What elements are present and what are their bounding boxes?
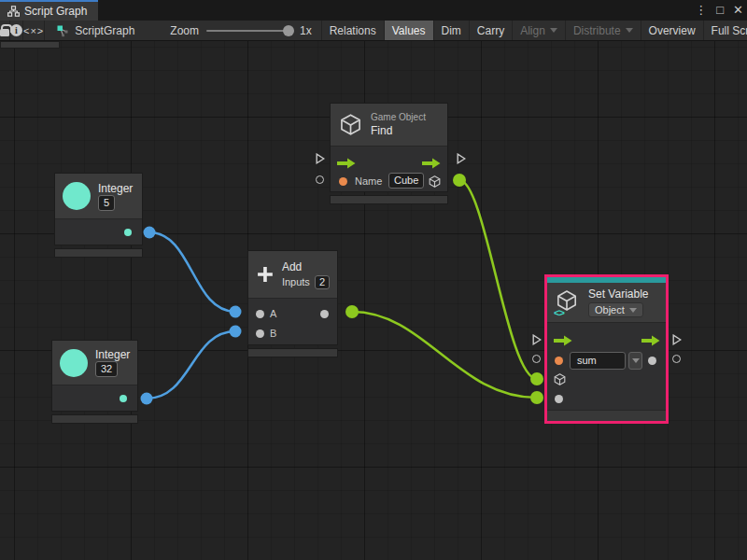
zoom-control: Zoom 1x — [144, 21, 321, 40]
variable-name-dropdown[interactable] — [628, 352, 642, 370]
variable-scope-dropdown[interactable]: Object — [588, 302, 643, 317]
port-find-output[interactable] — [453, 174, 466, 187]
zoom-slider[interactable] — [206, 30, 292, 32]
flow-triangle-icon[interactable] — [457, 153, 466, 164]
tab-script-graph[interactable]: Script Graph — [0, 0, 98, 21]
node-integer-1[interactable]: Integer 5 — [54, 173, 143, 258]
values-button[interactable]: Values — [385, 21, 434, 40]
cube-icon — [428, 175, 442, 189]
script-graph-window: Script Graph ⋮ □ ✕ <×> ScriptGraph — [0, 0, 747, 560]
port-integer1-output[interactable] — [144, 227, 156, 239]
flow-out-arrow-icon[interactable] — [422, 158, 441, 169]
lock-button[interactable] — [0, 21, 10, 40]
node-title: Set Variable — [588, 287, 648, 301]
node-add[interactable]: Add Inputs 2 A B — [247, 250, 338, 357]
add-output-dot[interactable] — [320, 310, 329, 318]
add-input-b-label: B — [270, 328, 276, 339]
integer-value-field[interactable]: 32 — [95, 361, 118, 377]
zoom-slider-handle[interactable] — [283, 25, 294, 36]
graph-toolbar: <×> ScriptGraph Zoom 1x Relations Values… — [0, 21, 747, 41]
graph-canvas[interactable]: Integer 5 Integer 32 — [0, 41, 747, 560]
find-name-field[interactable]: Cube — [388, 173, 424, 189]
tab-title: Script Graph — [24, 5, 87, 18]
node-title: Integer — [98, 182, 133, 195]
align-label: Align — [520, 24, 545, 37]
inputs-count-field[interactable]: 2 — [315, 275, 330, 289]
add-input-b-dot[interactable] — [256, 329, 264, 338]
port-integer2-output[interactable] — [141, 393, 153, 405]
port-setvariable-object-input[interactable] — [530, 372, 543, 385]
flow-triangle-icon[interactable] — [532, 334, 542, 345]
setvariable-value-input-dot[interactable] — [555, 395, 563, 403]
cube-icon — [338, 112, 363, 137]
code-preview-button[interactable]: <×> — [23, 21, 45, 40]
setvariable-output-dot[interactable] — [648, 357, 656, 365]
menu-icon[interactable]: ⋮ — [695, 0, 707, 21]
find-name-label: Name — [355, 175, 382, 187]
flow-triangle-icon[interactable] — [316, 153, 325, 164]
carry-button[interactable]: Carry — [470, 21, 513, 40]
integer-value-field[interactable]: 5 — [98, 195, 115, 211]
chevron-down-icon — [550, 28, 557, 33]
flow-triangle-icon[interactable] — [672, 334, 682, 345]
wire-add-to-setvariable[interactable] — [352, 312, 537, 398]
wire-integer1-to-add-a[interactable] — [149, 232, 235, 312]
chevron-down-icon — [632, 358, 640, 363]
node-footer — [54, 248, 143, 258]
variable-name-input-dot[interactable] — [555, 357, 563, 365]
plus-icon — [256, 260, 275, 288]
node-find[interactable]: Game Object Find Name Cube — [330, 103, 448, 204]
port-add-input-a[interactable] — [230, 306, 242, 318]
node-integer-2[interactable]: Integer 32 — [51, 340, 138, 424]
flow-out-arrow-icon[interactable] — [641, 335, 660, 346]
canvas-corner-strip — [0, 41, 60, 49]
port-add-output[interactable] — [345, 305, 359, 318]
integer-output-dot[interactable] — [124, 229, 132, 236]
node-footer — [247, 348, 338, 357]
lock-icon — [0, 29, 9, 36]
distribute-label: Distribute — [573, 24, 621, 37]
graph-breadcrumb[interactable]: ScriptGraph — [45, 21, 144, 40]
fullscreen-button[interactable]: Full Screen — [704, 21, 747, 40]
maximize-icon[interactable]: □ — [716, 0, 724, 21]
value-circle-icon[interactable] — [316, 175, 324, 184]
value-circle-icon[interactable] — [532, 355, 541, 363]
hierarchy-icon — [7, 6, 20, 17]
node-set-variable[interactable]: <> Set Variable Object sum — [544, 274, 669, 424]
graph-name: ScriptGraph — [75, 24, 134, 37]
integer-output-dot[interactable] — [120, 395, 127, 402]
find-name-input-dot[interactable] — [339, 177, 347, 186]
node-footer — [330, 195, 448, 204]
wire-find-to-setvariable[interactable] — [459, 180, 537, 379]
chevron-down-icon — [626, 28, 633, 33]
code-icon: <×> — [23, 25, 44, 36]
relations-button[interactable]: Relations — [322, 21, 385, 40]
flow-in-arrow-icon[interactable] — [554, 335, 572, 346]
integer-circle-icon — [60, 349, 88, 377]
dim-button[interactable]: Dim — [434, 21, 470, 40]
port-setvariable-value-input[interactable] — [530, 391, 543, 404]
distribute-button[interactable]: Distribute — [566, 21, 641, 40]
variable-name-field[interactable]: sum — [570, 352, 626, 370]
zoom-value: 1x — [300, 24, 312, 37]
cube-icon — [553, 372, 567, 386]
info-button[interactable] — [10, 21, 23, 40]
overview-button[interactable]: Overview — [641, 21, 704, 40]
node-title: Find — [371, 124, 426, 137]
add-input-a-dot[interactable] — [256, 310, 264, 318]
port-add-input-b[interactable] — [230, 326, 242, 338]
integer-circle-icon — [63, 182, 91, 210]
value-circle-icon[interactable] — [672, 355, 681, 363]
align-button[interactable]: Align — [513, 21, 566, 40]
node-category: Game Object — [371, 112, 426, 122]
node-footer — [51, 414, 138, 424]
zoom-label: Zoom — [170, 24, 199, 37]
window-controls: ⋮ □ ✕ — [695, 0, 743, 21]
inputs-label: Inputs — [282, 276, 310, 287]
tab-bar: Script Graph ⋮ □ ✕ — [0, 0, 747, 21]
set-variable-icon: <> — [555, 288, 581, 316]
node-title: Integer — [95, 348, 130, 361]
flow-in-arrow-icon[interactable] — [337, 158, 356, 169]
close-icon[interactable]: ✕ — [733, 0, 743, 21]
wire-integer2-to-add-b[interactable] — [147, 331, 235, 399]
